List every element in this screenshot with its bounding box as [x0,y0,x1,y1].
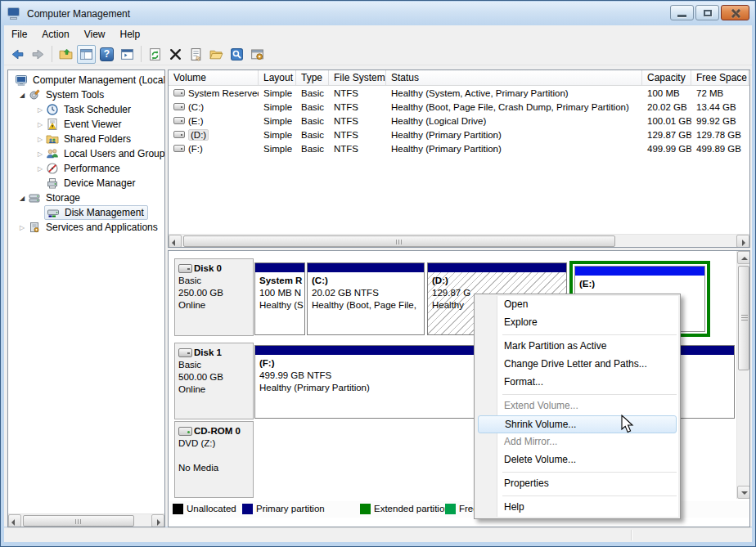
column-header-status[interactable]: Status [386,70,642,85]
tree-item-event-viewer[interactable]: Event Viewer [8,117,164,132]
disk-icon [178,348,192,357]
cdrom0-label-panel[interactable]: CD-ROM 0 DVD (Z:) No Media [174,421,254,498]
toolbar: ? [4,43,752,65]
expander-collapsed-icon[interactable] [34,106,46,114]
forward-button[interactable] [29,45,47,64]
menu-item-explore[interactable]: Explore [476,314,678,332]
scroll-right-button[interactable] [151,514,164,527]
column-header-layout[interactable]: Layout [259,70,296,85]
menu-item-delete-volume[interactable]: Delete Volume... [476,451,678,469]
show-action-pane-button[interactable] [118,45,137,64]
volume-icon [173,89,185,96]
tree-item-local-users-groups[interactable]: Local Users and Groups [8,146,164,161]
expander-expanded-icon[interactable] [16,195,28,202]
scroll-up-button[interactable] [737,251,750,264]
volume-list-horizontal-scrollbar[interactable] [169,234,749,247]
rescan-disks-button[interactable] [248,45,267,64]
delete-button[interactable] [166,45,185,64]
scroll-left-button[interactable] [169,235,182,248]
tree-item-disk-management[interactable]: Disk Management [8,205,164,220]
column-header-volume[interactable]: Volume [169,70,259,85]
shared-folders-icon [46,132,59,146]
menu-item-mark-partition-active[interactable]: Mark Partition as Active [476,338,678,356]
volume-icon [173,117,185,124]
menu-item-shrink-volume[interactable]: Shrink Volume... [478,415,677,433]
menu-item-properties[interactable]: Properties [476,475,678,493]
help-button[interactable]: ? [97,45,116,64]
menu-view[interactable]: View [77,26,113,43]
expander-expanded-icon[interactable] [16,92,28,99]
tree-item-shared-folders[interactable]: Shared Folders [8,132,164,146]
column-header-file-system[interactable]: File System [329,70,386,85]
expander-collapsed-icon[interactable] [34,165,46,173]
find-button[interactable] [227,45,246,64]
title-bar[interactable]: Computer Management [2,2,754,25]
primary-partition-stripe [255,263,304,272]
services-and-applications-icon [28,221,41,234]
open-folder-button[interactable] [207,45,226,64]
expander-collapsed-icon[interactable] [34,136,46,143]
scroll-down-button[interactable] [737,486,750,499]
primary-partition-stripe [308,263,424,272]
tree-item-performance[interactable]: Performance [8,161,164,176]
menu-help[interactable]: Help [113,26,148,43]
legend-label: Extended partition [374,504,450,513]
volume-row-system-reserved[interactable]: System Reserved Simple Basic NTFS Health… [169,86,749,100]
tree-item-storage[interactable]: Storage [8,191,164,205]
expander-collapsed-icon[interactable] [34,150,46,158]
tree-item-services-applications[interactable]: Services and Applications [8,220,164,235]
minimize-button[interactable] [670,5,694,20]
tree-item-device-manager[interactable]: Device Manager [8,176,164,191]
disk-view-vertical-scrollbar[interactable] [736,251,749,499]
menu-item-help[interactable]: Help [476,499,678,517]
toolbar-separator [52,46,52,62]
volume-row-e[interactable]: (E:) Simple Basic NTFS Healthy (Logical … [169,114,749,128]
menu-item-format[interactable]: Format... [476,374,678,392]
logical-drive-stripe [575,267,704,276]
partition-c[interactable]: (C:) 20.02 GB NTFS Healthy (Boot, Page F… [307,262,425,335]
restore-button[interactable] [695,5,719,20]
tree-root-computer-management[interactable]: Computer Management (Local [8,73,164,87]
column-header-capacity[interactable]: Capacity [642,70,691,85]
menu-file[interactable]: File [4,26,34,43]
volume-row-f[interactable]: (F:) Simple Basic NTFS Healthy (Primary … [169,141,749,155]
scrollbar-thumb[interactable] [23,515,134,527]
find-icon [230,47,244,61]
menu-item-extend-volume: Extend Volume... [476,397,678,415]
disk1-label-panel[interactable]: Disk 1 Basic 500.00 GB Online [174,343,254,419]
scroll-right-button[interactable] [736,235,749,248]
status-bar [4,527,752,542]
column-header-type[interactable]: Type [296,70,329,85]
selected-tree-item: Disk Management [44,205,148,220]
disk0-label-panel[interactable]: Disk 0 Basic 250.00 GB Online [174,258,254,336]
expander-collapsed-icon[interactable] [34,121,46,128]
menu-item-open[interactable]: Open [476,296,678,314]
partition-system-reserved[interactable]: System R 100 MB N Healthy (S [254,262,305,335]
tree-item-system-tools[interactable]: System Tools [8,87,164,102]
scrollbar-thumb[interactable] [738,266,749,370]
column-header-free-space[interactable]: Free Space [691,70,749,85]
menu-action[interactable]: Action [34,26,76,43]
disk-management-icon [47,206,60,219]
refresh-button[interactable] [146,45,164,64]
legend-label: Primary partition [256,504,325,513]
expander-collapsed-icon[interactable] [16,224,28,231]
show-console-tree-button[interactable] [77,45,96,64]
close-button[interactable] [721,5,749,20]
menu-separator [502,495,677,496]
back-button[interactable] [8,45,27,64]
show-action-pane-icon [120,47,134,61]
menu-item-change-drive-letter[interactable]: Change Drive Letter and Paths... [476,356,678,374]
device-manager-icon [46,177,59,190]
up-folder-button[interactable] [56,45,75,64]
tree-horizontal-scrollbar[interactable] [8,513,164,527]
volume-row-c[interactable]: (C:) Simple Basic NTFS Healthy (Boot, Pa… [169,100,749,114]
menu-separator [502,394,677,395]
disk-icon [178,264,192,273]
scrollbar-thumb[interactable] [183,235,615,247]
volume-row-d[interactable]: (D:) Simple Basic NTFS Healthy (Primary … [169,128,749,141]
scroll-left-button[interactable] [8,514,21,527]
tree-item-task-scheduler[interactable]: Task Scheduler [8,102,164,117]
properties-button[interactable] [187,45,205,64]
extended-partition-swatch [360,504,371,514]
